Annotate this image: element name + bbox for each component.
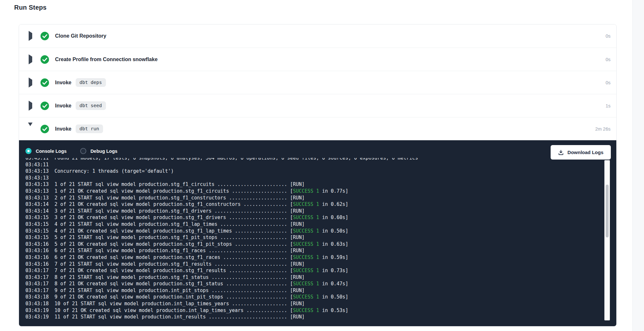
step-command-chip: dbt deps bbox=[76, 78, 106, 87]
chevron-right-icon[interactable] bbox=[29, 80, 33, 86]
step-command-chip: dbt seed bbox=[76, 101, 106, 110]
step-label: Clone Git Repository bbox=[55, 33, 106, 39]
step-success-check-icon bbox=[40, 124, 49, 133]
log-line: 03:43:13 1 of 21 OK created sql view mod… bbox=[25, 188, 601, 195]
log-line: 03:43:11 bbox=[25, 161, 601, 168]
console-panel: Console Logs Debug Logs Download Logs 03… bbox=[19, 140, 616, 326]
log-line: 03:43:14 2 of 21 OK created sql view mod… bbox=[25, 201, 601, 208]
step-success-check-icon bbox=[40, 78, 49, 87]
log-scrollbar-thumb[interactable] bbox=[606, 185, 609, 237]
log-line: 03:43:16 6 of 21 OK created sql view mod… bbox=[25, 254, 601, 261]
log-line: 03:43:13 Concurrency: 1 threads (target=… bbox=[25, 168, 601, 175]
console-log-output[interactable]: 03:43:11 Found 21 models, 17 tests, 0 sn… bbox=[25, 158, 601, 321]
log-line: 03:43:17 8 of 21 START sql view model pr… bbox=[25, 274, 601, 281]
log-type-radio[interactable]: Console Logs bbox=[25, 148, 67, 154]
log-line: 03:43:19 11 of 21 START sql view model p… bbox=[25, 314, 601, 320]
chevron-right-icon[interactable] bbox=[29, 103, 33, 109]
log-scrollbar[interactable] bbox=[604, 160, 610, 320]
log-line: 03:43:18 9 of 21 OK created sql view mod… bbox=[25, 294, 601, 300]
download-logs-label: Download Logs bbox=[567, 150, 603, 155]
log-line: 03:43:19 10 of 21 OK created sql view mo… bbox=[25, 307, 601, 314]
log-type-label: Debug Logs bbox=[90, 149, 118, 154]
log-type-label: Console Logs bbox=[36, 149, 67, 154]
step-list: Clone Git Repository 0s Create Profile f… bbox=[19, 24, 616, 140]
step-row[interactable]: Clone Git Repository 0s bbox=[19, 24, 616, 48]
log-line: 03:43:17 7 of 21 OK created sql view mod… bbox=[25, 267, 601, 274]
step-row[interactable]: Invoke dbt seed 1s bbox=[19, 94, 616, 117]
log-line: 03:43:15 5 of 21 START sql view model pr… bbox=[25, 234, 601, 241]
chevron-down-icon[interactable] bbox=[29, 126, 33, 132]
step-duration: 0s bbox=[606, 80, 611, 85]
log-type-radio-group: Console Logs Debug Logs bbox=[25, 148, 118, 154]
step-success-check-icon bbox=[40, 55, 49, 64]
step-row[interactable]: Invoke dbt deps 0s bbox=[19, 71, 616, 94]
log-line: 03:43:14 3 of 21 START sql view model pr… bbox=[25, 208, 601, 215]
step-row[interactable]: Invoke dbt run 2m 26s bbox=[19, 117, 616, 140]
step-duration: 2m 26s bbox=[595, 126, 611, 132]
step-label: Create Profile from Connection snowflake bbox=[55, 57, 157, 62]
run-steps-card: Clone Git Repository 0s Create Profile f… bbox=[19, 24, 617, 326]
radio-circle-icon[interactable] bbox=[25, 148, 32, 154]
log-line: 03:43:16 7 of 21 START sql view model pr… bbox=[25, 261, 601, 268]
log-line: 03:43:16 6 of 21 START sql view model pr… bbox=[25, 247, 601, 254]
log-line: 03:43:13 2 of 21 START sql view model pr… bbox=[25, 195, 601, 201]
step-command-chip: dbt run bbox=[76, 124, 103, 133]
step-label: Invoke bbox=[55, 80, 71, 86]
log-line: 03:43:15 3 of 21 OK created sql view mod… bbox=[25, 214, 601, 221]
step-label: Invoke bbox=[55, 103, 71, 109]
log-line: 03:43:11 Found 21 models, 17 tests, 0 sn… bbox=[25, 158, 601, 161]
step-duration: 0s bbox=[606, 33, 611, 39]
page: Run Steps Clone Git Repository 0s Create… bbox=[0, 0, 644, 331]
log-line: 03:43:13 1 of 21 START sql view model pr… bbox=[25, 181, 601, 188]
chevron-right-icon[interactable] bbox=[29, 57, 33, 62]
download-logs-button[interactable]: Download Logs bbox=[551, 145, 611, 160]
step-success-check-icon bbox=[40, 32, 49, 41]
log-line: 03:43:17 8 of 21 OK created sql view mod… bbox=[25, 280, 601, 287]
log-line: 03:43:17 9 of 21 START sql view model pr… bbox=[25, 287, 601, 294]
page-title: Run Steps bbox=[14, 4, 47, 11]
log-type-radio[interactable]: Debug Logs bbox=[80, 148, 118, 154]
radio-circle-icon[interactable] bbox=[80, 148, 86, 154]
log-line: 03:43:15 4 of 21 START sql view model pr… bbox=[25, 221, 601, 228]
chevron-right-icon[interactable] bbox=[29, 33, 33, 39]
log-line: 03:43:13 bbox=[25, 175, 601, 181]
step-row[interactable]: Create Profile from Connection snowflake… bbox=[19, 48, 616, 71]
step-label: Invoke bbox=[55, 126, 71, 132]
log-line: 03:43:15 4 of 21 OK created sql view mod… bbox=[25, 228, 601, 234]
step-duration: 0s bbox=[606, 57, 611, 62]
page-right-gutter bbox=[632, 0, 644, 331]
log-line: 03:43:18 10 of 21 START sql view model p… bbox=[25, 300, 601, 307]
download-icon bbox=[558, 150, 564, 155]
log-line: 03:43:16 5 of 21 OK created sql view mod… bbox=[25, 241, 601, 248]
step-duration: 1s bbox=[606, 103, 611, 108]
step-success-check-icon bbox=[40, 101, 49, 110]
